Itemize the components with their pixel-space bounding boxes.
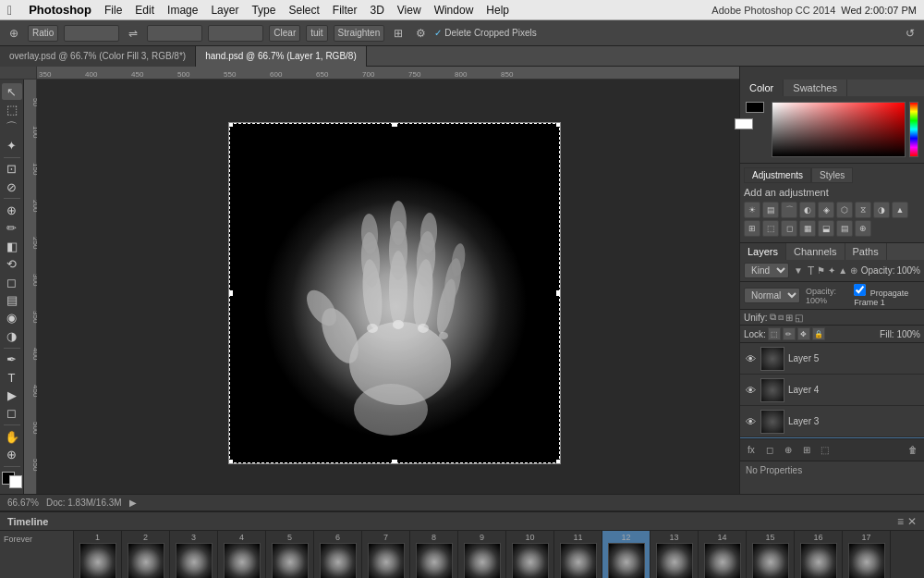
unify-icon-4[interactable]: ◱ [795,313,803,323]
adj-colorlookup[interactable]: ⬚ [762,220,779,237]
blur-tool[interactable]: ◉ [2,310,22,326]
adj-selectcolor[interactable]: ⊕ [855,220,871,237]
adj-colorbalance[interactable]: ⧖ [855,202,871,218]
adj-bw[interactable]: ◑ [873,202,890,218]
adj-curves[interactable]: ⌒ [781,202,797,218]
timeline-frame-5[interactable]: 5 0.1 sec. [266,531,314,578]
magic-wand-tool[interactable]: ✦ [2,137,22,154]
menu-window[interactable]: Window [434,4,474,17]
delete-cropped-checkbox[interactable]: ✓ Delete Cropped Pixels [434,28,537,38]
tab-color[interactable]: Color [740,80,784,96]
unify-icon-1[interactable]: ⧉ [770,312,776,323]
timeline-frames-scroll[interactable]: 1 0.1 sec. 2 0.1 sec. 3 0.1 sec. 4 0.1 s… [74,531,924,578]
timeline-frame-17[interactable]: 17 0.1 sec. [843,531,891,578]
timeline-frame-15[interactable]: 15 0.1 sec. [747,531,795,578]
timeline-frame-3[interactable]: 3 0.1 sec. [170,531,218,578]
timeline-frame-9[interactable]: 9 0.1 sec. [458,531,506,578]
timeline-menu-btn[interactable]: ≡ [897,515,904,528]
layer-item-3[interactable]: 👁 Layer 3 [740,406,924,437]
unify-icon-2[interactable]: ⧈ [778,312,784,323]
canvas-area[interactable] [37,80,739,494]
menu-edit[interactable]: Edit [135,4,154,17]
lock-position-btn[interactable]: ✥ [797,327,810,340]
swap-icon[interactable]: ⇌ [125,25,141,42]
background-swatch[interactable] [735,118,753,129]
settings-icon[interactable]: ⚙ [412,25,429,42]
background-color[interactable] [9,475,22,488]
path-selection-tool[interactable]: ▶ [2,387,22,403]
menu-type[interactable]: Type [251,4,275,17]
lasso-tool[interactable]: ⌒ [2,119,22,136]
adj-hsl[interactable]: ⬡ [836,202,853,218]
timeline-frame-2[interactable]: 2 0.1 sec. [122,531,170,578]
adj-levels[interactable]: ▤ [762,202,779,218]
timeline-frame-13[interactable]: 13 0.1 sec. [650,531,699,578]
lock-transparent-btn[interactable]: ⬚ [768,327,781,340]
eraser-tool[interactable]: ◻ [2,274,22,290]
adj-channelmix[interactable]: ⊞ [744,220,760,237]
menu-image[interactable]: Image [167,4,198,17]
menu-select[interactable]: Select [288,4,319,17]
type-tool[interactable]: T [2,369,22,386]
crop-tool-icon[interactable]: ⊕ [6,25,22,42]
foreground-background-colors[interactable] [2,472,22,488]
adj-brightness[interactable]: ☀ [744,202,760,218]
menu-help[interactable]: Help [486,4,509,17]
adj-gradmap[interactable]: ▤ [836,220,853,237]
timeline-frame-6[interactable]: 6 0.1 sec. [314,531,362,578]
menu-layer[interactable]: Layer [211,4,238,17]
dodge-tool[interactable]: ◑ [2,327,22,344]
adj-threshold[interactable]: ⬓ [818,220,834,237]
layer-item-5[interactable]: 👁 Layer 5 [740,343,924,375]
menu-view[interactable]: View [397,4,421,17]
hand-tool[interactable]: ✋ [2,428,22,445]
zoom-tool[interactable]: ⊕ [2,446,22,462]
new-layer-button[interactable]: ⬚ [818,443,833,458]
foreground-swatch[interactable] [746,102,764,113]
delete-layer-button[interactable]: 🗑 [906,443,920,458]
lock-image-btn[interactable]: ✏ [783,327,796,340]
adj-vibrance[interactable]: ◈ [818,202,834,218]
group-layer-button[interactable]: ⊞ [799,443,814,458]
pen-tool[interactable]: ✒ [2,350,22,367]
fx-effects-button[interactable]: fx [744,443,759,457]
shape-tool[interactable]: ◻ [2,405,22,422]
width-input[interactable] [64,25,119,42]
layer-3-visibility[interactable]: 👁 [744,415,757,428]
eyedropper-tool[interactable]: ⊘ [2,178,22,195]
straighten-button[interactable]: Straighten [334,25,385,42]
menu-3d[interactable]: 3D [370,4,383,17]
marquee-tool[interactable]: ⬚ [2,101,22,117]
height-input[interactable] [147,25,202,42]
grid-icon[interactable]: ⊞ [390,25,407,42]
tuit-button[interactable]: tuit [306,25,327,42]
adj-invert[interactable]: ◻ [781,220,797,237]
timeline-frame-8[interactable]: 8 0.1 sec. [410,531,458,578]
add-mask-button[interactable]: ◻ [762,443,777,458]
adjustment-layer-button[interactable]: ⊕ [781,443,796,458]
arrow-icon[interactable]: ▶ [129,498,137,508]
tab-adjustments[interactable]: Adjustments [744,167,811,183]
blend-mode-select[interactable]: Normal [744,288,800,303]
move-tool[interactable]: ↖ [2,83,22,100]
tab-paths[interactable]: Paths [845,243,887,260]
tab-hand[interactable]: hand.psd @ 66.7% (Layer 1, RGB/8) [196,46,367,67]
resolution-input[interactable] [208,25,263,42]
tab-layers[interactable]: Layers [740,243,786,260]
tab-swatches[interactable]: Swatches [784,80,847,96]
color-gradient[interactable] [772,102,906,157]
menu-filter[interactable]: Filter [333,4,358,17]
adj-posterize[interactable]: ▦ [799,220,816,237]
brush-tool[interactable]: ✏ [2,220,22,237]
tab-overlay[interactable]: overlay.psd @ 66.7% (Color Fill 3, RGB/8… [0,46,196,67]
timeline-frame-16[interactable]: 16 0.1 sec. [795,531,843,578]
timeline-frame-11[interactable]: 11 0.1 sec. [554,531,602,578]
propagate-frame-checkbox[interactable] [854,284,866,296]
layer-item-4[interactable]: 👁 Layer 4 [740,375,924,406]
adj-exposure[interactable]: ◐ [799,202,816,218]
timeline-frame-14[interactable]: 14 0.1 sec. [699,531,747,578]
tab-styles[interactable]: Styles [811,167,853,183]
hue-strip[interactable] [909,102,918,157]
heal-tool[interactable]: ⊕ [2,202,22,218]
layer-5-visibility[interactable]: 👁 [744,352,757,365]
